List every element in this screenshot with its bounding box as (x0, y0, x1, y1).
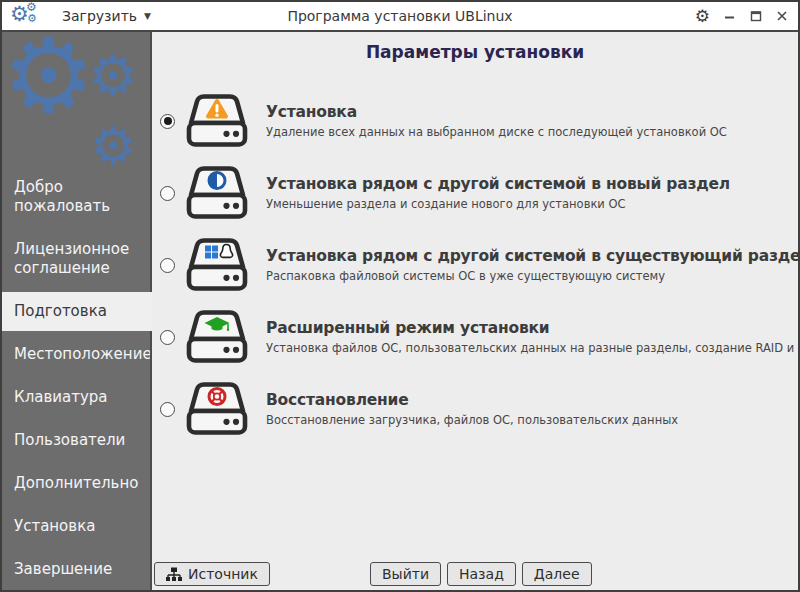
app-logo-gears-icon: ⚙ ⚙ ⚙ (10, 3, 44, 29)
sidebar-gears-icon: ⚙ ⚙ ⚙ (2, 32, 152, 168)
option-install-existing-partition[interactable]: Установка рядом с другой системой в суще… (160, 236, 798, 294)
lifebuoy-icon (209, 389, 225, 405)
drive-advanced-icon (184, 308, 250, 366)
option-title: Расширенный режим установки (266, 319, 798, 337)
sidebar-item-finish[interactable]: Завершение (2, 550, 152, 589)
option-title: Установка рядом с другой системой в суще… (266, 247, 798, 265)
radio-advanced[interactable] (160, 330, 175, 345)
sidebar-item-welcome[interactable]: Добро пожаловать (2, 168, 152, 226)
radio-new-partition[interactable] (160, 186, 175, 201)
option-title: Восстановление (266, 391, 678, 409)
source-button[interactable]: Источник (154, 562, 270, 586)
sidebar-item-keyboard[interactable]: Клавиатура (2, 378, 152, 417)
titlebar: ⚙ ⚙ ⚙ Загрузить ▼ Программа установки UB… (2, 2, 798, 32)
page-title: Параметры установки (152, 42, 798, 62)
install-options-list: Установка Удаление всех данных на выбран… (152, 92, 798, 452)
next-button[interactable]: Далее (522, 562, 592, 586)
radio-install[interactable] (160, 114, 175, 129)
load-dropdown-button[interactable]: Загрузить ▼ (56, 4, 157, 28)
sidebar-item-install[interactable]: Установка (2, 507, 152, 546)
sidebar-item-users[interactable]: Пользователи (2, 421, 152, 460)
minimize-icon (724, 10, 736, 22)
sidebar-item-advanced[interactable]: Дополнительно (2, 464, 152, 503)
maximize-icon (750, 10, 762, 22)
chevron-down-icon: ▼ (144, 11, 151, 21)
option-description: Удаление всех данных на выбранном диске … (266, 125, 727, 139)
load-dropdown-label: Загрузить (62, 8, 137, 24)
drive-warning-icon (184, 92, 250, 150)
network-source-icon (166, 567, 182, 582)
installer-window: ⚙ ⚙ ⚙ Загрузить ▼ Программа установки UB… (0, 0, 800, 592)
drive-shrink-partition-icon (184, 164, 250, 222)
quit-button[interactable]: Выйти (370, 562, 441, 586)
maximize-button[interactable] (748, 8, 764, 24)
minimize-button[interactable] (722, 8, 738, 24)
settings-gear-button[interactable]: ⚙ (693, 8, 712, 25)
option-description: Распаковка файловой системы ОС в уже сущ… (266, 269, 798, 283)
radio-existing-partition[interactable] (160, 258, 175, 273)
source-button-label: Источник (188, 566, 258, 582)
radio-recovery[interactable] (160, 402, 175, 417)
sidebar-item-license[interactable]: Лицензионное соглашение (2, 230, 152, 288)
option-install-new-partition[interactable]: Установка рядом с другой системой в новы… (160, 164, 798, 222)
sidebar-item-preparation[interactable]: Подготовка (2, 292, 152, 331)
back-button[interactable]: Назад (447, 562, 516, 586)
footer-nav-buttons: Выйти Назад Далее (370, 562, 592, 586)
option-description: Установка файлов ОС, пользовательских да… (266, 341, 798, 355)
option-description: Уменьшение раздела и создание нового для… (266, 197, 730, 211)
option-advanced-mode[interactable]: Расширенный режим установки Установка фа… (160, 308, 798, 366)
sidebar: ⚙ ⚙ ⚙ Добро пожаловать Лицензионное согл… (2, 32, 152, 590)
main-panel: Параметры установки Устано (152, 32, 798, 590)
option-description: Восстановление загрузчика, файлов ОС, по… (266, 413, 678, 427)
sidebar-item-location[interactable]: Местоположение (2, 335, 152, 374)
option-recovery[interactable]: Восстановление Восстановление загрузчика… (160, 380, 798, 438)
option-install[interactable]: Установка Удаление всех данных на выбран… (160, 92, 798, 150)
drive-recovery-icon (184, 380, 250, 438)
close-button[interactable] (774, 8, 790, 24)
option-title: Установка рядом с другой системой в новы… (266, 175, 730, 193)
drive-dualboot-icon (184, 236, 250, 294)
close-icon (776, 10, 788, 22)
option-title: Установка (266, 103, 727, 121)
